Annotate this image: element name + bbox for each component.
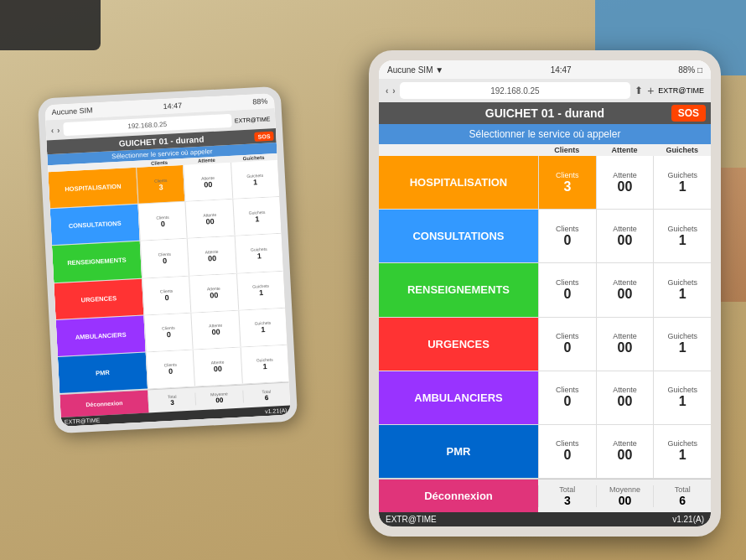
large-data-urgences: Clients 0 Attente 00 Guichets 1: [538, 318, 711, 371]
small-label-urgences: URGENCES: [54, 278, 143, 319]
small-data-urgences: Clients 0 Attente 00 Guichets 1: [142, 271, 285, 314]
large-status-center: 14:47: [551, 65, 572, 75]
small-forward-btn[interactable]: ›: [57, 125, 60, 134]
small-data-hospitalisation: Clients 3 Attente 00 Guichets 1: [136, 160, 279, 204]
large-label-ambulanciers: AMBULANCIERS: [379, 371, 538, 424]
large-url-box[interactable]: 192.168.0.25: [400, 82, 630, 99]
small-ipad: Aucune SIM 14:47 88% ‹ › 192.168.0.25 EX…: [38, 86, 298, 434]
large-footer-moyenne: Moyenne 00: [596, 485, 654, 507]
large-clients-header: Clients: [538, 144, 596, 156]
large-cell-hosp-attente: Attente 00: [596, 156, 654, 209]
small-cell-urg-clients: Clients 0: [142, 276, 191, 314]
large-status-left: Aucune SIM ▼: [387, 65, 443, 75]
large-cell-pmr-guichets: Guichets 1: [653, 425, 711, 478]
large-cell-urg-guichets: Guichets 1: [653, 318, 711, 371]
large-cell-rens-attente: Attente 00: [596, 263, 654, 316]
small-cell-cons-clients: Clients 0: [137, 202, 187, 241]
large-cell-cons-attente: Attente 00: [596, 210, 654, 262]
small-label-ambulanciers: AMBULANCIERS: [56, 315, 146, 356]
small-bottom-left: EXTR@TIME: [65, 417, 101, 424]
large-cell-cons-guichets: Guichets 1: [653, 210, 711, 262]
small-cell-urg-attente: Attente 00: [189, 273, 238, 312]
dark-object: [0, 0, 101, 50]
small-ipad-screen: Aucune SIM 14:47 88% ‹ › 192.168.0.25 EX…: [44, 93, 291, 427]
large-share-icon[interactable]: ⬆: [635, 85, 643, 96]
large-row-hospitalisation[interactable]: HOSPITALISATION Clients 3 Attente 00 Gui…: [379, 156, 711, 210]
small-cell-urg-guichets: Guichets 1: [236, 271, 286, 309]
small-cell-rens-guichets: Guichets 1: [234, 234, 283, 272]
large-row-urgences[interactable]: URGENCES Clients 0 Attente 00 Guichets 1: [379, 318, 711, 371]
large-row-consultations[interactable]: CONSULTATIONS Clients 0 Attente 00 Guich…: [379, 210, 711, 263]
large-cell-cons-clients: Clients 0: [538, 210, 596, 262]
small-url-text: 192.168.0.25: [127, 120, 167, 129]
large-status-right: 88% □: [678, 65, 702, 75]
small-sos-button[interactable]: SOS: [254, 131, 273, 141]
small-footer-data: Total 3 Moyenne 00 Total 6: [148, 388, 290, 408]
large-cell-ambu-guichets: Guichets 1: [653, 371, 711, 424]
small-label-hospitalisation: HOSPITALISATION: [48, 168, 137, 209]
large-ipad: Aucune SIM ▼ 14:47 88% □ ‹ › 192.168.0.2…: [369, 50, 721, 537]
large-cell-pmr-attente: Attente 00: [596, 425, 654, 478]
large-data-renseignements: Clients 0 Attente 00 Guichets 1: [538, 263, 711, 316]
small-back-btn[interactable]: ‹: [50, 125, 54, 134]
large-label-pmr: PMR: [379, 425, 538, 478]
large-cell-rens-clients: Clients 0: [538, 263, 596, 316]
large-attente-header: Attente: [596, 144, 654, 156]
small-cell-pmr-attente: Attente 00: [193, 347, 242, 386]
large-row-ambulanciers[interactable]: AMBULANCIERS Clients 0 Attente 00 Guiche…: [379, 371, 711, 425]
large-bottom-bar: EXTR@TIME v1.21(A): [379, 512, 711, 526]
large-ipad-screen: Aucune SIM ▼ 14:47 88% □ ‹ › 192.168.0.2…: [379, 60, 711, 526]
large-app-label: EXTR@TIME: [658, 86, 704, 95]
small-cell-hosp-clients: Clients 3: [136, 165, 185, 204]
large-address-bar: ‹ › 192.168.0.25 ⬆ + EXTR@TIME: [379, 79, 711, 102]
large-deconnexion-button[interactable]: Déconnexion: [379, 480, 538, 512]
large-data-pmr: Clients 0 Attente 00 Guichets 1: [538, 425, 711, 478]
small-status-left: Aucune SIM: [51, 106, 92, 117]
small-cell-rens-clients: Clients 0: [140, 239, 189, 277]
small-cell-pmr-clients: Clients 0: [146, 350, 195, 388]
large-footer-total2: Total 6: [653, 485, 711, 507]
large-row-renseignements[interactable]: RENSEIGNEMENTS Clients 0 Attente 00 Guic…: [379, 263, 711, 317]
small-label-consultations: CONSULTATIONS: [50, 205, 140, 246]
large-app-header: GUICHET 01 - durand SOS: [379, 102, 711, 124]
large-guichets-header: Guichets: [653, 144, 711, 156]
small-status-right: 88%: [252, 97, 268, 106]
small-status-center: 14:47: [163, 101, 182, 111]
small-app-label: EXTR@TIME: [235, 116, 271, 123]
small-label-renseignements: RENSEIGNEMENTS: [52, 241, 142, 283]
small-data-consultations: Clients 0 Attente 00 Guichets 1: [137, 197, 281, 241]
large-service-col-header: [379, 144, 538, 156]
large-cell-urg-attente: Attente 00: [596, 318, 654, 371]
large-bottom-right: v1.21(A): [672, 515, 704, 524]
small-cell-pmr-guichets: Guichets 1: [240, 345, 289, 384]
small-footer-total2: Total 6: [242, 388, 290, 403]
large-bottom-left: EXTR@TIME: [386, 515, 437, 524]
small-cell-hosp-guichets: Guichets 1: [231, 160, 280, 199]
large-label-urgences: URGENCES: [379, 318, 538, 371]
large-sos-button[interactable]: SOS: [671, 105, 706, 122]
large-footer-data: Total 3 Moyenne 00 Total 6: [538, 485, 711, 507]
large-plus-icon[interactable]: +: [647, 84, 654, 97]
large-cell-pmr-clients: Clients 0: [538, 425, 596, 478]
large-row-pmr[interactable]: PMR Clients 0 Attente 00 Guichets 1: [379, 425, 711, 479]
large-back-btn[interactable]: ‹: [386, 86, 388, 96]
small-cell-hosp-attente: Attente 00: [183, 163, 232, 201]
small-service-rows: HOSPITALISATION Clients 3 Attente 00 Gui…: [48, 160, 288, 394]
small-header-title: GUICHET 01 - durand: [119, 135, 205, 148]
large-cell-rens-guichets: Guichets 1: [653, 263, 711, 316]
small-cell-cons-attente: Attente 00: [185, 200, 235, 238]
small-cell-cons-guichets: Guichets 1: [232, 197, 282, 236]
large-header-title: GUICHET 01 - durand: [485, 106, 604, 120]
small-cell-ambu-guichets: Guichets 1: [238, 308, 288, 346]
small-bottom-right: v1.21(A): [265, 407, 288, 414]
large-data-hospitalisation: Clients 3 Attente 00 Guichets 1: [538, 156, 711, 209]
large-label-consultations: CONSULTATIONS: [379, 210, 538, 262]
large-cell-ambu-attente: Attente 00: [596, 371, 654, 424]
large-select-service: Sélectionner le service où appeler: [379, 124, 711, 144]
small-cell-ambu-attente: Attente 00: [191, 310, 241, 349]
small-footer-total: Total 3: [148, 393, 195, 408]
large-forward-btn[interactable]: ›: [392, 86, 395, 96]
small-cell-ambu-clients: Clients 0: [143, 313, 193, 351]
large-url-text: 192.168.0.25: [490, 86, 539, 96]
small-cell-rens-attente: Attente 00: [187, 236, 236, 275]
